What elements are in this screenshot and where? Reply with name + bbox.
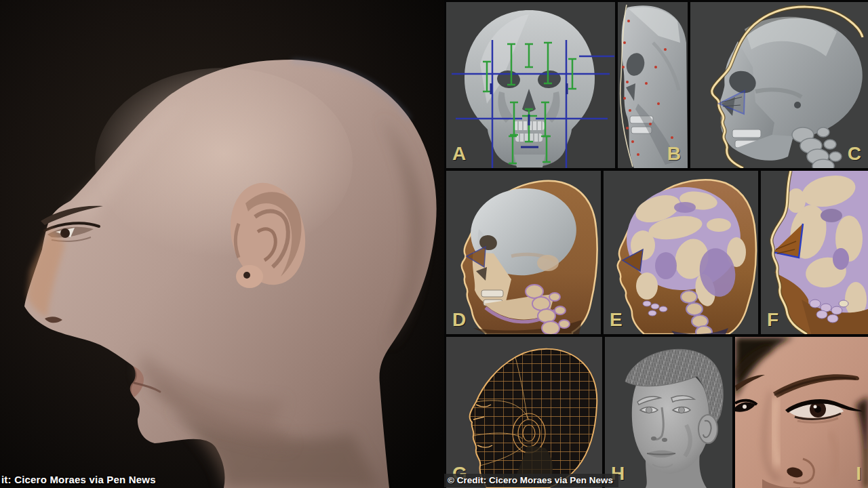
photo-credit-left: it: Cicero Moraes via Pen News	[1, 474, 156, 485]
profile-head-illustration	[0, 0, 444, 488]
panel-label: E	[610, 310, 623, 329]
panel-label: A	[452, 144, 466, 163]
panel-c: C	[690, 2, 868, 168]
final-face-closeup-illustration	[735, 337, 868, 488]
panel-b: B	[618, 2, 688, 168]
panel-a: A	[446, 2, 615, 168]
skull-front-illustration	[446, 2, 615, 168]
news-image-montage: it: Cicero Moraes via Pen News	[0, 0, 868, 488]
nose-bridge-highlight	[774, 398, 778, 466]
skin-layer-overlay-illustration	[604, 171, 758, 334]
process-panel-grid: A	[444, 0, 868, 488]
reconstruction-profile-photo: it: Cicero Moraes via Pen News	[0, 0, 444, 488]
panel-label: I	[856, 464, 861, 483]
panel-h: H	[605, 337, 732, 488]
ear-piercing	[243, 272, 250, 279]
panel-f: F	[761, 171, 868, 334]
panel-d: D	[446, 171, 601, 334]
skull-side-outline-illustration	[690, 2, 868, 168]
panel-label: C	[848, 144, 861, 163]
photo-credit-right: © Credit: Cicero Moraes via Pen News	[444, 474, 618, 487]
panel-label: D	[452, 310, 466, 329]
wireframe-head-illustration	[446, 337, 602, 488]
panel-i: I	[735, 337, 868, 488]
panel-label: F	[767, 310, 778, 329]
panel-g: G	[446, 337, 602, 488]
panel-label: B	[667, 144, 681, 163]
soft-tissue-overlay-illustration	[446, 171, 601, 334]
ear	[698, 415, 717, 443]
cervical-vertebrae	[792, 127, 842, 168]
panel-e: E	[604, 171, 758, 334]
